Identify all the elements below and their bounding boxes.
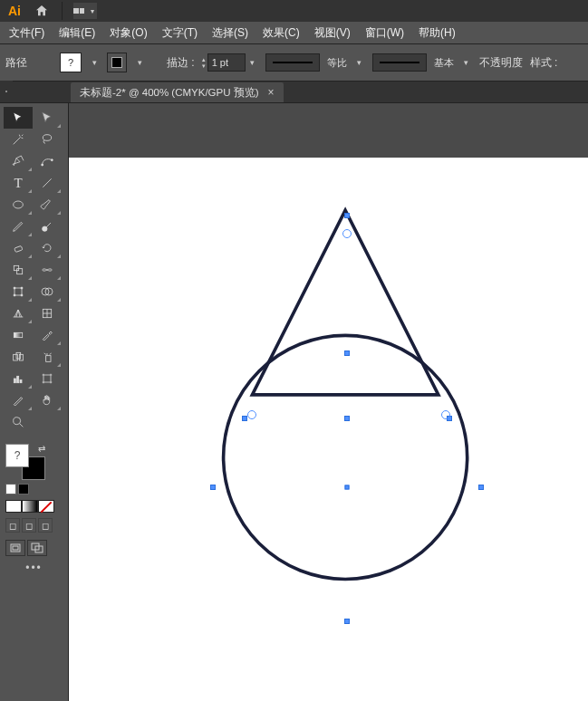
default-colors-icon[interactable] bbox=[5, 484, 16, 495]
ellipse-tool[interactable] bbox=[4, 194, 33, 216]
profile-dropdown-icon[interactable]: ▾ bbox=[354, 53, 365, 72]
anchor-point[interactable] bbox=[242, 416, 247, 421]
free-transform-tool[interactable] bbox=[4, 281, 33, 302]
pencil-tool[interactable] bbox=[4, 216, 33, 237]
menu-edit[interactable]: 编辑(E) bbox=[52, 22, 102, 44]
anchor-point[interactable] bbox=[210, 485, 216, 490]
menu-object[interactable]: 对象(O) bbox=[102, 22, 154, 44]
color-swap: ? ⇄ bbox=[0, 440, 68, 484]
svg-rect-28 bbox=[13, 546, 18, 550]
perspective-grid-tool[interactable] bbox=[4, 302, 33, 324]
line-segment-tool[interactable] bbox=[33, 172, 62, 194]
scale-tool[interactable] bbox=[4, 259, 33, 281]
svg-rect-18 bbox=[14, 354, 18, 360]
screen-mode-full-icon[interactable]: ◻ bbox=[22, 518, 36, 533]
anchor-point[interactable] bbox=[344, 416, 350, 421]
center-point[interactable] bbox=[345, 485, 350, 490]
menu-effect[interactable]: 效果(C) bbox=[255, 22, 307, 44]
column-graph-tool[interactable] bbox=[4, 368, 33, 389]
color-mode-none[interactable] bbox=[38, 500, 54, 513]
pen-tool[interactable] bbox=[4, 150, 33, 172]
symbol-sprayer-tool[interactable] bbox=[33, 346, 62, 368]
fill-swatch[interactable]: ? bbox=[60, 53, 82, 72]
menu-bar: 文件(F) 编辑(E) 对象(O) 文字(T) 选择(S) 效果(C) 视图(V… bbox=[0, 22, 588, 43]
svg-point-4 bbox=[14, 201, 24, 208]
eraser-tool[interactable] bbox=[4, 237, 33, 259]
zoom-tool[interactable] bbox=[4, 411, 33, 433]
menu-select[interactable]: 选择(S) bbox=[205, 22, 255, 44]
menu-file[interactable]: 文件(F) bbox=[2, 22, 52, 44]
magic-wand-tool[interactable] bbox=[4, 129, 33, 150]
hand-tool[interactable] bbox=[33, 389, 62, 411]
fill-dropdown-icon[interactable]: ▾ bbox=[89, 53, 100, 72]
artboard-tool[interactable] bbox=[33, 368, 62, 389]
color-mode-row bbox=[0, 498, 68, 514]
swap-colors-icon[interactable]: ⇄ bbox=[38, 444, 45, 454]
svg-point-1 bbox=[42, 164, 43, 166]
draw-normal-icon[interactable] bbox=[5, 540, 25, 556]
draw-behind-icon[interactable] bbox=[27, 540, 47, 556]
stroke-weight-value[interactable]: 1 pt bbox=[207, 53, 246, 72]
anchor-point[interactable] bbox=[344, 619, 350, 624]
anchor-point[interactable] bbox=[478, 485, 484, 490]
stroke-weight-stepper[interactable]: ▴▾ 1 pt ▾ bbox=[202, 53, 258, 72]
menu-help[interactable]: 帮助(H) bbox=[411, 22, 463, 44]
blob-brush-tool[interactable] bbox=[33, 216, 62, 237]
home-icon[interactable] bbox=[33, 2, 51, 20]
color-mode-solid[interactable] bbox=[5, 500, 22, 513]
color-mode-gradient[interactable] bbox=[22, 500, 38, 513]
stroke-weight-dropdown-icon[interactable]: ▾ bbox=[247, 53, 258, 72]
svg-point-11 bbox=[21, 287, 23, 289]
more-tools-icon[interactable]: ••• bbox=[0, 560, 68, 576]
artboard[interactable] bbox=[69, 158, 588, 701]
stroke-dropdown-icon[interactable]: ▾ bbox=[134, 53, 145, 72]
lasso-tool[interactable] bbox=[33, 129, 62, 150]
menu-window[interactable]: 窗口(W) bbox=[358, 22, 411, 44]
slice-tool[interactable] bbox=[4, 389, 33, 411]
width-tool[interactable] bbox=[33, 259, 62, 281]
vector-artwork[interactable] bbox=[69, 158, 588, 701]
svg-point-32 bbox=[224, 335, 468, 579]
gradient-tool[interactable] bbox=[4, 324, 33, 346]
selection-type-label: 路径 bbox=[5, 55, 27, 71]
tab-document-1[interactable]: 未标题-2* @ 400% (CMYK/GPU 预览) × bbox=[71, 82, 284, 102]
screen-mode-present-icon[interactable]: ◻ bbox=[38, 518, 53, 533]
variable-width-profile[interactable] bbox=[265, 53, 320, 72]
svg-rect-23 bbox=[17, 376, 19, 382]
selection-tool[interactable] bbox=[4, 107, 33, 129]
default-colors-icon-2[interactable] bbox=[18, 484, 29, 495]
paintbrush-tool[interactable] bbox=[33, 194, 62, 216]
anchor-point[interactable] bbox=[344, 213, 350, 218]
close-icon[interactable]: × bbox=[268, 86, 275, 99]
menu-view[interactable]: 视图(V) bbox=[307, 22, 358, 44]
shape-builder-tool[interactable] bbox=[33, 281, 62, 302]
tab-drag-handle-icon[interactable] bbox=[0, 81, 13, 102]
menu-type[interactable]: 文字(T) bbox=[155, 22, 205, 44]
anchor-point[interactable] bbox=[344, 350, 350, 356]
svg-point-0 bbox=[43, 135, 51, 141]
brush-definition[interactable] bbox=[372, 53, 427, 72]
svg-rect-24 bbox=[20, 379, 22, 382]
type-tool[interactable]: T bbox=[4, 172, 33, 194]
fill-color-swatch[interactable]: ? bbox=[5, 444, 29, 467]
workspace-switcher[interactable]: ▾ bbox=[73, 3, 97, 19]
canvas-area[interactable] bbox=[69, 103, 588, 701]
mesh-tool[interactable] bbox=[33, 302, 62, 324]
opacity-label[interactable]: 不透明度 bbox=[479, 55, 523, 71]
svg-rect-21 bbox=[46, 356, 51, 362]
eyedropper-tool[interactable] bbox=[33, 324, 62, 346]
direct-selection-tool[interactable] bbox=[33, 107, 62, 129]
tool-spacer bbox=[33, 411, 62, 433]
brush-dropdown-icon[interactable]: ▾ bbox=[461, 53, 472, 72]
svg-point-12 bbox=[14, 294, 15, 296]
stroke-swatch[interactable] bbox=[107, 53, 127, 72]
svg-line-3 bbox=[43, 178, 51, 187]
curvature-tool[interactable] bbox=[33, 150, 62, 172]
style-label: 样式 : bbox=[530, 55, 558, 71]
svg-rect-6 bbox=[14, 245, 23, 252]
rotate-tool[interactable] bbox=[33, 237, 62, 259]
screen-mode-normal-icon[interactable]: ◻ bbox=[5, 518, 20, 533]
svg-point-10 bbox=[14, 287, 15, 289]
svg-rect-20 bbox=[19, 354, 23, 360]
blend-tool[interactable] bbox=[4, 346, 33, 368]
